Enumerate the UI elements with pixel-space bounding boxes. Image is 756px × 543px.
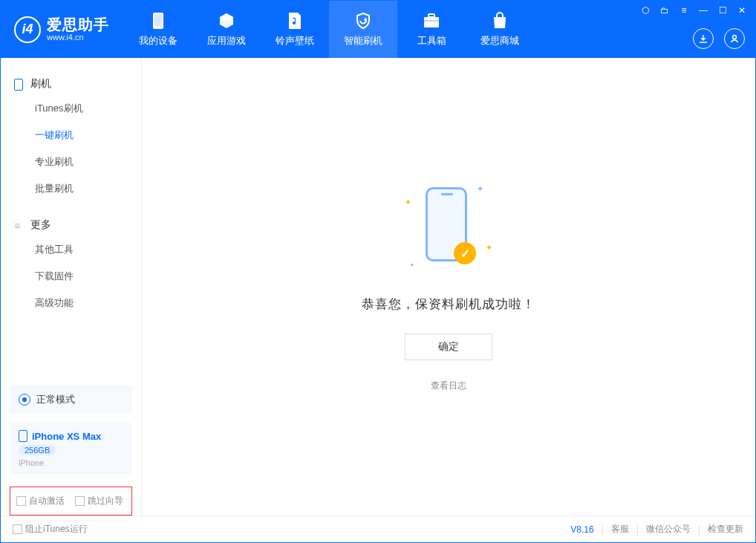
nav-label: 应用游戏 [207, 34, 246, 48]
nav-my-device[interactable]: 我的设备 [124, 1, 192, 58]
success-message: 恭喜您，保资料刷机成功啦！ [362, 296, 535, 313]
device-icon [149, 11, 168, 30]
device-capacity: 256GB [19, 445, 56, 455]
nav-label: 工具箱 [417, 34, 446, 48]
user-button[interactable] [724, 28, 745, 49]
menu-icon[interactable]: ≡ [678, 5, 690, 16]
titlebar-controls: ⬡ 🗀 ≡ — ☐ ✕ [639, 5, 748, 16]
bag-icon [490, 11, 509, 30]
download-button[interactable] [693, 28, 714, 49]
footer-link-update[interactable]: 检查更新 [708, 523, 743, 536]
sidebar-section-more: ≡ 更多 [1, 214, 141, 236]
mode-label: 正常模式 [36, 393, 75, 406]
nav-toolbox[interactable]: 工具箱 [397, 1, 466, 58]
svg-rect-3 [428, 14, 434, 17]
svg-rect-1 [154, 14, 162, 26]
nav-ringtones[interactable]: 铃声壁纸 [261, 1, 329, 58]
device-type: iPhone [19, 458, 123, 467]
nav-label: 智能刷机 [344, 34, 382, 48]
svg-rect-4 [424, 20, 439, 22]
shield-refresh-icon [353, 11, 373, 30]
sidebar-item-download-firmware[interactable]: 下载固件 [1, 263, 141, 290]
footer-link-wechat[interactable]: 微信公众号 [646, 523, 691, 536]
sidebar: 刷机 iTunes刷机 一键刷机 专业刷机 批量刷机 ≡ 更多 其他工具 下载固… [1, 58, 142, 516]
phone-icon [14, 79, 25, 89]
ok-button[interactable]: 确定 [405, 334, 492, 360]
skip-guide-checkbox[interactable]: 跳过向导 [75, 495, 123, 507]
lock-icon[interactable]: 🗀 [659, 5, 671, 16]
mode-icon [19, 394, 30, 406]
nav-label: 爱思商城 [480, 34, 519, 48]
logo: i4 爱思助手 www.i4.cn [1, 1, 124, 58]
sidebar-item-oneclick-flash[interactable]: 一键刷机 [1, 122, 141, 149]
nav-apps[interactable]: 应用游戏 [192, 1, 261, 58]
mode-indicator[interactable]: 正常模式 [10, 386, 132, 414]
shirt-icon[interactable]: ⬡ [639, 5, 651, 16]
sidebar-item-itunes-flash[interactable]: iTunes刷机 [1, 95, 141, 122]
close-button[interactable]: ✕ [736, 5, 748, 16]
sidebar-item-advanced[interactable]: 高级功能 [1, 290, 141, 316]
svg-rect-2 [424, 17, 439, 27]
footer: 阻止iTunes运行 V8.16 | 客服 | 微信公众号 | 检查更新 [1, 516, 755, 542]
view-log-link[interactable]: 查看日志 [431, 380, 466, 392]
app-subtitle: www.i4.cn [47, 33, 109, 42]
sidebar-item-other-tools[interactable]: 其他工具 [1, 236, 141, 263]
device-icon [19, 430, 27, 442]
device-name: iPhone XS Max [32, 431, 101, 442]
main-content: ✦ ✦ • ✓ ✦ 恭喜您，保资料刷机成功啦！ 确定 查看日志 [142, 58, 755, 516]
sidebar-item-pro-flash[interactable]: 专业刷机 [1, 149, 141, 175]
nav-flash[interactable]: 智能刷机 [329, 1, 397, 58]
sidebar-item-batch-flash[interactable]: 批量刷机 [1, 175, 141, 202]
nav-store[interactable]: 爱思商城 [466, 1, 534, 58]
top-nav: 我的设备 应用游戏 铃声壁纸 智能刷机 工具箱 爱思商城 [124, 1, 534, 58]
version-label: V8.16 [570, 524, 593, 535]
maximize-button[interactable]: ☐ [717, 5, 729, 16]
header-right-buttons [693, 28, 745, 49]
cube-icon [217, 11, 236, 30]
toolbox-icon [422, 11, 441, 30]
success-illustration: ✦ ✦ • ✓ ✦ [400, 181, 497, 278]
sidebar-section-flash: 刷机 [1, 73, 141, 95]
check-badge-icon: ✓ [454, 242, 476, 264]
auto-activate-checkbox[interactable]: 自动激活 [16, 495, 65, 507]
logo-icon: i4 [14, 16, 41, 43]
block-itunes-checkbox[interactable]: 阻止iTunes运行 [13, 523, 88, 536]
device-indicator[interactable]: iPhone XS Max 256GB iPhone [10, 423, 132, 475]
footer-link-support[interactable]: 客服 [611, 523, 629, 536]
minimize-button[interactable]: — [697, 5, 709, 16]
app-title: 爱思助手 [47, 16, 109, 33]
highlighted-options: 自动激活 跳过向导 [10, 487, 132, 516]
header: i4 爱思助手 www.i4.cn 我的设备 应用游戏 铃声壁纸 智能刷机 工具… [1, 1, 755, 58]
list-icon: ≡ [14, 220, 25, 230]
nav-label: 铃声壁纸 [276, 34, 314, 48]
svg-point-5 [733, 36, 737, 39]
nav-label: 我的设备 [139, 34, 177, 48]
music-file-icon [285, 11, 304, 30]
